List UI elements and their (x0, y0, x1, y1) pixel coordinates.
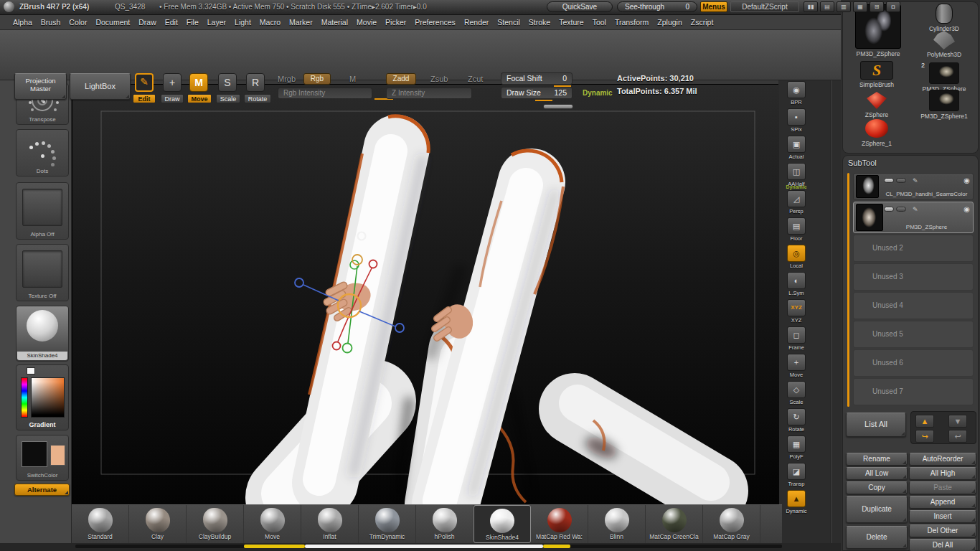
shelf-button-lsym[interactable]: ◐ L.Sym (781, 272, 811, 299)
subtool-item-unused-6[interactable]: Unused 6 (853, 349, 974, 377)
shelf-button-dynamic[interactable]: ▲ Dynamic (781, 490, 811, 517)
shelf-button-rotate[interactable]: ↻ Rotate (781, 408, 811, 435)
menu-item[interactable]: Picker (381, 18, 410, 27)
secondary-color-swatch[interactable] (50, 445, 65, 466)
shelf-button-actual[interactable]: ▣ Actual (781, 136, 811, 163)
subtool-forward-icon[interactable]: ↪ (915, 430, 934, 443)
zadd-toggle[interactable]: Zadd (386, 73, 416, 85)
gradient-label[interactable]: Gradient (17, 421, 68, 428)
menu-item[interactable]: Zscript (687, 18, 718, 27)
current-color-swatch[interactable] (27, 367, 35, 375)
saturation-value-box[interactable] (31, 377, 65, 418)
scale-mode-label[interactable]: Scale (216, 94, 240, 103)
titlebar-icon-lock[interactable]: ◘ (886, 1, 900, 12)
viewport[interactable] (72, 84, 778, 504)
shade-toggle-icon[interactable] (896, 178, 906, 183)
autoreorder-button[interactable]: AutoReorder (909, 453, 976, 466)
quicksave-button[interactable]: QuickSave (547, 1, 613, 12)
dynamic-draw-size-label[interactable]: Dynamic (583, 89, 613, 97)
move-mode-label[interactable]: Move (187, 94, 212, 103)
subtool-scrollbar[interactable] (847, 173, 849, 407)
brush-edit-icon[interactable]: ✎ (913, 206, 918, 213)
move-mode-icon[interactable]: M (189, 73, 208, 92)
rename-button[interactable]: Rename (846, 453, 908, 466)
insert-button[interactable]: Insert (909, 510, 976, 523)
subtool-item-unused-5[interactable]: Unused 5 (853, 321, 974, 348)
menu-item[interactable]: Draw (134, 18, 161, 27)
document-canvas[interactable] (72, 85, 779, 505)
shelf-button-scale[interactable]: ◇ Scale (781, 381, 811, 408)
titlebar-icon-grid[interactable]: ▦ (853, 1, 867, 12)
menu-item[interactable]: Stencil (493, 18, 524, 27)
edit-mode-icon[interactable]: ✎ (135, 73, 154, 92)
shelf-button-spix[interactable]: ▪ SPix (781, 108, 811, 136)
menu-item[interactable]: Alpha (9, 18, 37, 27)
rgb-intensity-slider[interactable]: Rgb Intensity (278, 88, 372, 99)
menu-item[interactable]: Render (460, 18, 493, 27)
main-color-swatch[interactable] (22, 441, 47, 467)
scrollbar-thumb[interactable] (305, 545, 543, 548)
shelf-item-standard[interactable]: Standard (72, 505, 129, 543)
draw-size-slider[interactable]: Draw Size 125 (501, 87, 573, 99)
zcut-toggle[interactable]: Zcut (468, 75, 483, 83)
shelf-button-bpr[interactable]: ◉ BPR (781, 81, 811, 108)
subtool-item-pm3d-zsphere[interactable]: ✎ ◉ PM3D_ZSphere (853, 202, 974, 233)
mrgb-toggle[interactable]: Mrgb (278, 75, 296, 83)
titlebar-icon-tray-right[interactable]: ▥ (837, 1, 851, 12)
tool-item-polymesh3d[interactable]: PolyMesh3D (913, 31, 976, 58)
subtool-header[interactable]: SubTool (848, 159, 877, 167)
shelf-item-skinshade4[interactable]: SkinShade4 (473, 505, 531, 543)
subtool-back-icon[interactable]: ↩ (948, 430, 967, 443)
shelf-divider-handle[interactable] (543, 104, 573, 109)
lightbox-button[interactable]: LightBox (70, 73, 131, 100)
copy-button[interactable]: Copy (846, 481, 908, 494)
focal-shift-slider[interactable]: Focal Shift 0 (501, 72, 573, 85)
menu-item[interactable]: Macro (255, 18, 285, 27)
duplicate-button[interactable]: Duplicate (846, 496, 908, 523)
shelf-button-polyf[interactable]: ▦ PolyF (781, 435, 811, 463)
projection-master-button[interactable]: Projection Master (14, 73, 67, 100)
shade-toggle-icon[interactable] (896, 207, 906, 212)
menus-toggle-button[interactable]: Menus (700, 1, 727, 12)
all-high-button[interactable]: All High (909, 467, 976, 480)
list-all-button[interactable]: List All (846, 413, 906, 437)
menu-item[interactable]: Stroke (524, 18, 555, 27)
menu-item[interactable]: Edit (161, 18, 182, 27)
visibility-eye-icon[interactable]: ◉ (963, 205, 970, 213)
rgb-toggle[interactable]: Rgb (303, 73, 331, 85)
shelf-item-blinn[interactable]: Blinn (588, 505, 646, 543)
m-toggle[interactable]: M (349, 75, 356, 83)
draw-mode-label[interactable]: Draw (161, 94, 184, 103)
rotate-mode-icon[interactable]: R (246, 73, 265, 92)
titlebar-icon-tray-left[interactable]: ▤ (820, 1, 834, 12)
menu-item[interactable]: Marker (285, 18, 317, 27)
shelf-item-claybuildup[interactable]: ClayBuildup (187, 505, 244, 543)
shelf-button-xyz[interactable]: XYZ XYZ (781, 299, 811, 326)
shelf-button-persp[interactable]: ◿ Persp (781, 190, 811, 217)
shelf-item-matcap-gray[interactable]: MatCap Gray (703, 505, 760, 543)
all-low-button[interactable]: All Low (846, 467, 908, 480)
tool-item-zsphere[interactable]: ZSphere (844, 91, 909, 118)
shelf-button-move[interactable]: + Move (781, 354, 811, 381)
z-intensity-slider[interactable]: Z Intensity (386, 88, 472, 99)
hue-strip[interactable] (21, 377, 28, 418)
delete-button[interactable]: Delete (846, 526, 908, 549)
menu-item[interactable]: Material (317, 18, 352, 27)
shelf-item-matcap-red-wax[interactable]: MatCap Red Wa: (531, 505, 588, 543)
del-other-button[interactable]: Del Other (909, 524, 976, 537)
alternate-button[interactable]: Alternate (14, 484, 70, 496)
edit-mode-label[interactable]: Edit (133, 94, 156, 103)
brush-edit-icon[interactable]: ✎ (913, 177, 918, 184)
subtool-down-icon[interactable]: ▼ (948, 415, 967, 428)
shelf-item-move[interactable]: Move (244, 505, 301, 543)
menu-item[interactable]: File (182, 18, 203, 27)
subtool-item-unused-2[interactable]: Unused 2 (853, 235, 974, 262)
zsub-toggle[interactable]: Zsub (430, 75, 448, 83)
visibility-eye-icon[interactable]: ◉ (963, 176, 970, 184)
shelf-button-floor[interactable]: ▤ Floor (781, 217, 811, 245)
subtool-item-unused-7[interactable]: Unused 7 (853, 378, 974, 405)
titlebar-icon-add-panel[interactable]: ⊞ (870, 1, 884, 12)
horizontal-scrollbar[interactable] (75, 545, 782, 548)
menu-item[interactable]: Zplugin (653, 18, 686, 27)
default-zscript-button[interactable]: DefaultZScript (730, 1, 799, 12)
